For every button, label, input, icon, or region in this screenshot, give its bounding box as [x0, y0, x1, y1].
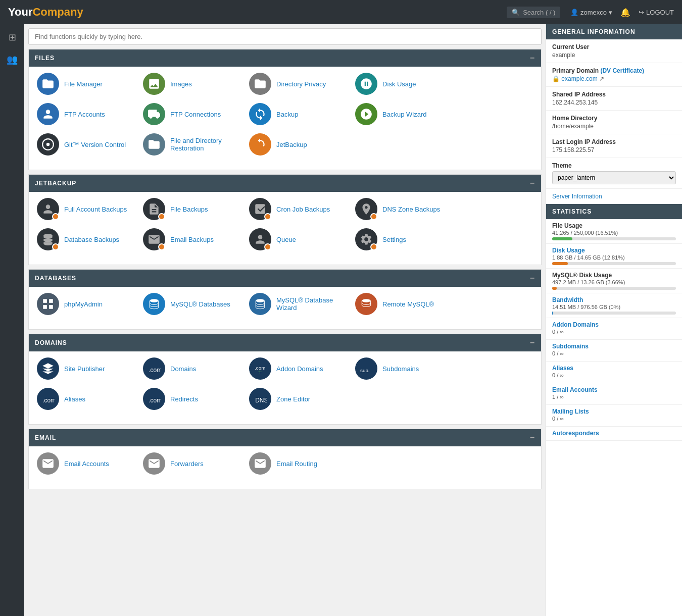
item-email-accounts[interactable]: Email Accounts	[37, 452, 143, 475]
layout: ⊞ 👥 FILES − File Manager	[0, 24, 682, 616]
item-jetbackup-link[interactable]: JetBackup	[249, 133, 355, 156]
sidebar-users-icon[interactable]: 👥	[3, 50, 21, 69]
item-settings[interactable]: Settings	[355, 228, 461, 250]
mailing-lists-stat-link[interactable]: Mailing Lists	[552, 408, 589, 415]
section-databases-header: DATABASES −	[29, 270, 541, 287]
bandwidth-link[interactable]: Bandwidth	[552, 296, 583, 303]
file-manager-label: File Manager	[64, 80, 103, 88]
theme-select[interactable]: paper_lantern	[552, 171, 676, 184]
mysql-disk-row: MySQL® Disk Usage 497.2 MB / 13.26 GB (3…	[546, 269, 682, 293]
email-accounts-stat-link[interactable]: Email Accounts	[552, 386, 598, 393]
item-site-publisher[interactable]: Site Publisher	[37, 357, 143, 380]
email-accounts-label: Email Accounts	[64, 460, 109, 468]
current-user-label: Current User	[552, 43, 676, 50]
section-domains-collapse[interactable]: −	[530, 338, 535, 347]
item-subdomains[interactable]: sub. Subdomains	[355, 357, 461, 380]
section-databases-collapse[interactable]: −	[530, 274, 535, 283]
mysql-databases-label: MySQL® Databases	[170, 300, 230, 308]
badge	[158, 243, 165, 250]
item-images[interactable]: Images	[143, 73, 249, 95]
primary-domain-value: 🔒 example.com ↗	[552, 75, 676, 82]
item-dns-zone-backups[interactable]: DNS Zone Backups	[355, 198, 461, 220]
user-menu[interactable]: 👤 zomexco ▾	[570, 9, 612, 16]
notifications-bell[interactable]: 🔔	[620, 8, 630, 17]
general-info-header: GENERAL INFORMATION	[546, 24, 682, 39]
item-cron-job-backups[interactable]: Cron Job Backups	[249, 198, 355, 220]
backup-wizard-icon	[355, 103, 377, 125]
user-icon: 👤	[570, 9, 578, 16]
section-databases-label: DATABASES	[35, 275, 76, 282]
item-ftp-connections[interactable]: FTP Connections	[143, 103, 249, 125]
caret-icon: ▾	[609, 9, 612, 16]
item-dir-privacy[interactable]: Directory Privacy	[249, 73, 355, 95]
aliases-stat-link[interactable]: Aliases	[552, 365, 573, 372]
search-bar[interactable]: 🔍 Search ( / )	[507, 7, 560, 18]
section-files-collapse[interactable]: −	[530, 54, 535, 63]
item-file-backups[interactable]: File Backups	[143, 198, 249, 220]
aliases-icon: .com	[37, 388, 59, 410]
sidebar-grid-icon[interactable]: ⊞	[3, 28, 21, 46]
item-aliases[interactable]: .com Aliases	[37, 388, 143, 410]
item-forwarders[interactable]: Forwarders	[143, 452, 249, 475]
section-jetbackup-collapse[interactable]: −	[530, 179, 535, 188]
item-backup[interactable]: Backup	[249, 103, 355, 125]
item-file-dir-restore[interactable]: File and Directory Restoration	[143, 133, 249, 156]
server-info-link[interactable]: Server Information	[546, 189, 682, 204]
item-mysql-databases[interactable]: MySQL® Databases	[143, 293, 249, 315]
svg-point-6	[150, 299, 158, 302]
item-addon-domains[interactable]: .com+ Addon Domains	[249, 357, 355, 380]
external-link-icon: ↗	[599, 75, 604, 82]
item-phpmyadmin[interactable]: phpMyAdmin	[37, 293, 143, 315]
item-remote-mysql[interactable]: Remote MySQL®	[355, 293, 461, 315]
main-area: FILES − File Manager Images	[24, 24, 682, 616]
addon-domains-stat-value: 0 / ∞	[552, 329, 676, 335]
item-git[interactable]: Git™ Version Control	[37, 133, 143, 156]
zone-editor-icon: DNS	[249, 388, 271, 410]
disk-usage-link[interactable]: Disk Usage	[552, 247, 585, 254]
disk-usage-value: 1.88 GB / 14.65 GB (12.81%)	[552, 254, 676, 261]
search-icon: 🔍	[512, 9, 520, 16]
section-jetbackup-header: JETBACKUP −	[29, 175, 541, 192]
email-accounts-icon	[37, 452, 59, 475]
addon-domains-stat-link[interactable]: Addon Domains	[552, 321, 599, 328]
item-redirects[interactable]: .com Redirects	[143, 388, 249, 410]
section-email-collapse[interactable]: −	[530, 433, 535, 442]
item-full-account-backups[interactable]: Full Account Backups	[37, 198, 143, 220]
item-mysql-wizard[interactable]: MySQL® Database Wizard	[249, 293, 355, 315]
domain-link[interactable]: example.com	[561, 75, 597, 82]
dns-zone-backups-icon	[355, 198, 377, 220]
section-databases-body: phpMyAdmin MySQL® Databases MySQL® Datab…	[29, 287, 541, 329]
item-file-manager[interactable]: File Manager	[37, 73, 143, 95]
backup-icon	[249, 103, 271, 125]
item-domains[interactable]: .com Domains	[143, 357, 249, 380]
global-search-input[interactable]	[28, 28, 542, 45]
item-email-routing[interactable]: Email Routing	[249, 452, 355, 475]
phpmyadmin-label: phpMyAdmin	[64, 300, 103, 308]
primary-domain-label: Primary Domain (DV Certificate)	[552, 67, 676, 74]
bandwidth-row: Bandwidth 14.51 MB / 976.56 GB (0%)	[546, 293, 682, 318]
queue-label: Queue	[276, 236, 296, 243]
autoresponders-stat-link[interactable]: Autoresponders	[552, 430, 599, 437]
zone-editor-label: Zone Editor	[276, 395, 310, 403]
dv-cert-link[interactable]: (DV Certificate)	[600, 67, 644, 74]
file-backups-label: File Backups	[170, 206, 208, 213]
addon-domains-label: Addon Domains	[276, 365, 323, 373]
item-database-backups[interactable]: Database Backups	[37, 228, 143, 250]
item-email-backups[interactable]: Email Backups	[143, 228, 249, 250]
dir-privacy-icon	[249, 73, 271, 95]
svg-text:.com: .com	[149, 367, 161, 374]
item-zone-editor[interactable]: DNS Zone Editor	[249, 388, 355, 410]
item-backup-wizard[interactable]: Backup Wizard	[355, 103, 461, 125]
logout-button[interactable]: ↪ LOGOUT	[639, 9, 674, 16]
subdomains-stat-link[interactable]: Subdomains	[552, 343, 589, 350]
item-ftp-accounts[interactable]: FTP Accounts	[37, 103, 143, 125]
item-disk-usage[interactable]: Disk Usage	[355, 73, 461, 95]
mysql-disk-fill	[552, 287, 557, 290]
item-queue[interactable]: Queue	[249, 228, 355, 250]
current-user-row: Current User example	[546, 39, 682, 63]
ftp-accounts-icon	[37, 103, 59, 125]
section-domains-header: DOMAINS −	[29, 334, 541, 351]
current-user-value: example	[552, 52, 676, 59]
badge	[158, 213, 165, 220]
file-usage-row: File Usage 41,265 / 250,000 (16.51%)	[546, 219, 682, 244]
